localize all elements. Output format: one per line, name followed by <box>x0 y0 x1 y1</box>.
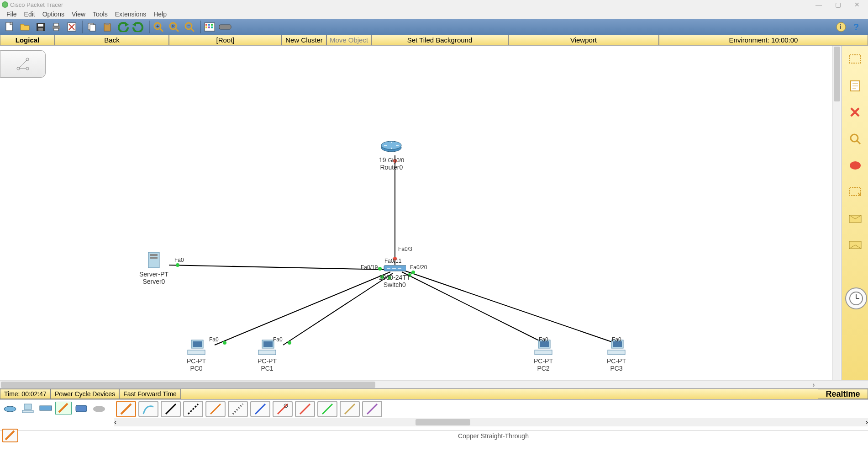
menu-help[interactable]: Help <box>150 11 170 18</box>
add-simple-pdu-icon[interactable] <box>846 209 864 228</box>
new-file-icon[interactable] <box>3 21 16 33</box>
place-note-icon[interactable] <box>846 77 864 95</box>
realtime-clock-icon[interactable] <box>845 287 867 309</box>
svg-rect-63 <box>608 350 625 355</box>
power-cycle-button[interactable]: Power Cycle Devices <box>51 389 119 399</box>
status-text: Copper Straight-Through <box>119 432 868 440</box>
open-file-icon[interactable] <box>18 21 32 33</box>
inspect-tool-icon[interactable] <box>846 130 864 148</box>
device-palette: ‹ › <box>0 399 868 430</box>
undo-icon[interactable] <box>116 21 130 33</box>
connection-octal-icon[interactable] <box>317 401 337 417</box>
print-icon[interactable] <box>49 21 63 33</box>
delete-tool-icon[interactable]: ✕ <box>846 103 864 122</box>
menu-options[interactable]: Options <box>39 11 68 18</box>
status-bar: Copper Straight-Through <box>0 430 868 441</box>
help-icon[interactable]: ? <box>850 21 863 33</box>
minimize-button[interactable]: — <box>810 0 828 9</box>
zoom-reset-icon[interactable]: R <box>167 21 181 33</box>
category-connections-icon[interactable] <box>55 402 72 414</box>
menu-extensions[interactable]: Extensions <box>111 11 150 18</box>
time-bar: Time: 00:02:47 Power Cycle Devices Fast … <box>0 388 868 399</box>
connection-usb-icon[interactable] <box>340 401 360 417</box>
svg-text:R: R <box>172 24 175 28</box>
pc-port-label: Fa0 <box>539 336 548 343</box>
menu-tools[interactable]: Tools <box>89 11 111 18</box>
svg-rect-25 <box>205 24 207 26</box>
menu-view[interactable]: View <box>68 11 89 18</box>
zoom-out-icon[interactable]: − <box>183 21 196 33</box>
svg-rect-6 <box>54 23 58 26</box>
menu-edit[interactable]: Edit <box>21 11 39 18</box>
device-pc3[interactable]: PC-PT PC3 <box>605 338 628 372</box>
device-pc1[interactable]: PC-PT PC1 <box>256 338 279 372</box>
close-button[interactable]: ✕ <box>848 0 866 9</box>
menu-file[interactable]: File <box>3 11 21 18</box>
category-end-devices-icon[interactable] <box>20 402 36 414</box>
device-switch0[interactable]: 2960-24TT Switch0 <box>379 263 410 288</box>
logical-physical-toggle[interactable]: Logical <box>0 35 55 45</box>
device-router0[interactable]: 19 Gig0/0 Router0 <box>379 137 404 171</box>
root-path[interactable]: [Root] <box>169 35 282 45</box>
menu-bar: File Edit Options View Tools Extensions … <box>0 9 868 19</box>
connection-serial-dte-icon[interactable] <box>295 401 315 417</box>
add-complex-pdu-icon[interactable] <box>846 236 864 254</box>
connection-custom-icon[interactable] <box>362 401 382 417</box>
router-port-label: Gig0/0 <box>388 157 404 164</box>
move-object-button[interactable]: Move Object <box>326 35 371 45</box>
horizontal-scrollbar[interactable]: ‹ › <box>0 380 868 388</box>
svg-rect-64 <box>850 55 861 63</box>
vertical-scrollbar[interactable] <box>832 46 841 380</box>
svg-rect-79 <box>24 404 32 409</box>
connection-auto-selected-icon[interactable] <box>2 429 18 442</box>
connection-serial-dce-icon[interactable] <box>273 401 293 417</box>
svg-rect-51 <box>150 257 158 259</box>
category-cloud-icon[interactable] <box>91 402 107 414</box>
subcategory-selected[interactable] <box>0 427 119 445</box>
connection-phone-icon[interactable] <box>228 401 248 417</box>
select-tool-icon[interactable] <box>846 50 864 69</box>
set-tiled-background-button[interactable]: Set Tiled Background <box>371 35 508 45</box>
svg-text:i: i <box>840 23 842 31</box>
new-cluster-button[interactable]: New Cluster <box>282 35 326 45</box>
copy-icon[interactable] <box>85 21 99 33</box>
custom-device-icon[interactable] <box>218 21 232 33</box>
viewport-button[interactable]: Viewport <box>508 35 659 45</box>
maximize-button[interactable]: ▢ <box>829 0 847 9</box>
save-file-icon[interactable] <box>34 21 47 33</box>
redo-icon[interactable] <box>132 21 145 33</box>
workspace[interactable]: 19 Gig0/0 Router0 2960-24TT Switch0 Fa0/… <box>0 46 868 380</box>
connection-copper-straight-icon[interactable] <box>161 401 181 417</box>
app-title: Cisco Packet Tracer <box>10 1 63 8</box>
svg-line-19 <box>175 28 179 32</box>
connection-copper-cross-icon[interactable] <box>183 401 203 417</box>
category-multiuser-icon[interactable] <box>73 402 89 414</box>
connection-scrollbar[interactable]: ‹ › <box>114 418 868 426</box>
category-network-devices-icon[interactable] <box>2 402 18 414</box>
svg-point-78 <box>4 406 16 412</box>
back-button[interactable]: Back <box>55 35 169 45</box>
network-info-icon[interactable]: i <box>834 21 848 33</box>
connection-coaxial-icon[interactable] <box>250 401 270 417</box>
connection-console-icon[interactable] <box>138 401 158 417</box>
palette-icon[interactable] <box>203 21 216 33</box>
category-components-icon[interactable] <box>37 402 54 414</box>
paste-icon[interactable] <box>100 21 114 33</box>
zoom-in-icon[interactable]: + <box>152 21 165 33</box>
device-server0[interactable]: Server-PT Server0 <box>139 251 168 285</box>
environment-button[interactable]: Environment: 10:00:00 <box>659 35 868 45</box>
svg-rect-60 <box>535 350 552 355</box>
canvas[interactable]: 19 Gig0/0 Router0 2960-24TT Switch0 Fa0/… <box>0 46 841 380</box>
router-ip-fragment: 19 <box>379 156 386 164</box>
device-pc2[interactable]: PC-PT PC2 <box>532 338 555 372</box>
draw-ellipse-icon[interactable] <box>846 156 864 175</box>
device-pc0[interactable]: PC-PT PC0 <box>185 338 208 372</box>
activity-wizard-icon[interactable] <box>65 21 79 33</box>
connection-fiber-icon[interactable] <box>205 401 226 417</box>
fast-forward-button[interactable]: Fast Forward Time <box>119 389 181 399</box>
resize-shape-icon[interactable] <box>846 183 864 201</box>
main-toolbar: + R − i ? <box>0 19 868 35</box>
connection-auto-icon[interactable] <box>116 401 136 417</box>
realtime-simulation-toggle[interactable]: Realtime <box>818 389 868 399</box>
svg-marker-14 <box>132 22 136 27</box>
